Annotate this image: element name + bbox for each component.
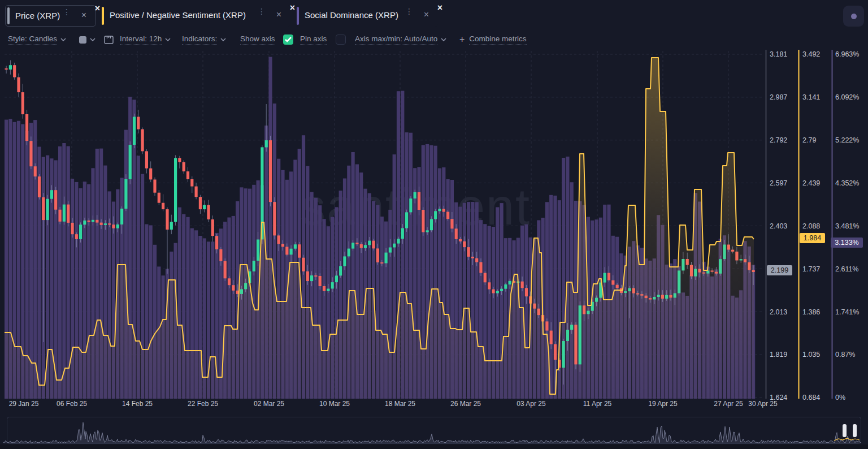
svg-text:10 Mar 25: 10 Mar 25 (319, 400, 350, 408)
svg-text:30 Apr 25: 30 Apr 25 (748, 400, 778, 408)
svg-text:0.87%: 0.87% (835, 351, 855, 359)
svg-text:2.088: 2.088 (802, 222, 820, 230)
svg-text:26 Mar 25: 26 Mar 25 (450, 400, 481, 408)
svg-text:2.439: 2.439 (802, 179, 820, 187)
svg-text:02 Mar 25: 02 Mar 25 (254, 400, 284, 408)
svg-text:3.141: 3.141 (802, 93, 820, 101)
svg-text:11 Apr 25: 11 Apr 25 (583, 400, 612, 408)
svg-text:4.352%: 4.352% (835, 179, 859, 187)
svg-text:22 Feb 25: 22 Feb 25 (188, 400, 218, 408)
svg-text:03 Apr 25: 03 Apr 25 (517, 400, 546, 408)
svg-text:2.199: 2.199 (771, 266, 788, 274)
svg-text:18 Mar 25: 18 Mar 25 (385, 400, 415, 408)
svg-text:1.386: 1.386 (802, 308, 820, 316)
svg-text:0.684: 0.684 (802, 394, 820, 401)
svg-text:29 Jan 25: 29 Jan 25 (9, 400, 39, 408)
svg-text:3.492: 3.492 (802, 50, 820, 58)
svg-text:1.035: 1.035 (802, 351, 820, 359)
svg-text:1.819: 1.819 (770, 351, 787, 359)
svg-text:1.741%: 1.741% (835, 308, 859, 316)
svg-text:2.403: 2.403 (770, 222, 787, 230)
svg-text:1.984: 1.984 (804, 234, 821, 242)
svg-text:6.963%: 6.963% (835, 50, 859, 58)
svg-text:2.013: 2.013 (770, 308, 787, 316)
svg-text:3.181: 3.181 (770, 50, 787, 58)
svg-text:2.611%: 2.611% (835, 265, 858, 273)
svg-text:3.481%: 3.481% (835, 222, 859, 230)
svg-text:6.092%: 6.092% (835, 93, 859, 101)
svg-text:27 Apr 25: 27 Apr 25 (714, 400, 743, 408)
svg-text:2.597: 2.597 (770, 179, 787, 187)
svg-text:5.222%: 5.222% (835, 136, 859, 144)
svg-text:1.737: 1.737 (802, 265, 820, 273)
svg-text:19 Apr 25: 19 Apr 25 (648, 400, 678, 408)
svg-text:2.987: 2.987 (770, 93, 787, 101)
svg-text:2.79: 2.79 (802, 136, 816, 144)
svg-text:0%: 0% (835, 394, 845, 401)
svg-text:06 Feb 25: 06 Feb 25 (57, 400, 87, 408)
svg-text:3.133%: 3.133% (835, 239, 858, 247)
svg-text:14 Feb 25: 14 Feb 25 (122, 400, 153, 408)
svg-text:2.792: 2.792 (770, 136, 787, 144)
